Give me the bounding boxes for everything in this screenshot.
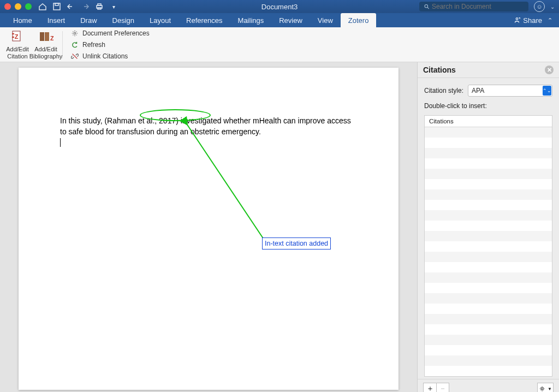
refresh-label: Refresh (82, 41, 105, 49)
table-row[interactable] (425, 148, 552, 158)
table-row[interactable] (425, 366, 552, 376)
table-row[interactable] (425, 138, 552, 148)
table-row[interactable] (425, 200, 552, 210)
tab-view[interactable]: View (310, 13, 341, 27)
remove-citation-button[interactable]: － (436, 383, 449, 392)
qat-overflow-icon[interactable]: ▾ (109, 2, 118, 11)
table-row[interactable] (425, 158, 552, 169)
tab-review[interactable]: Review (271, 13, 310, 27)
tab-references[interactable]: References (179, 13, 230, 27)
table-row[interactable] (425, 241, 552, 252)
add-edit-bibliography-label2: Bibliography (29, 53, 63, 60)
search-input[interactable] (432, 3, 524, 10)
citation-icon: Z (10, 29, 25, 45)
home-icon[interactable] (38, 2, 47, 11)
annotation-label: In-text citation added (262, 237, 331, 250)
unlink-icon (70, 52, 79, 61)
unlink-citations-button[interactable]: Unlink Citations (68, 51, 152, 61)
table-row[interactable] (425, 169, 552, 179)
tab-mailings[interactable]: Mailings (230, 13, 272, 27)
table-row[interactable] (425, 293, 552, 304)
quick-access-toolbar: ▾ (38, 2, 118, 11)
citations-panel: Citations ✕ Citation style: APA ⌃⌄ Doubl… (417, 62, 559, 392)
tab-layout[interactable]: Layout (142, 13, 179, 27)
refresh-icon (70, 40, 79, 49)
body-text-pre: In this study, (60, 116, 104, 125)
table-row[interactable] (425, 345, 552, 355)
share-button[interactable]: Share (513, 16, 542, 25)
share-icon (513, 16, 521, 24)
citation-style-select[interactable]: APA ⌃⌄ (468, 85, 552, 97)
table-row[interactable] (425, 272, 552, 283)
search-icon (424, 3, 430, 10)
chevron-down-icon[interactable]: ⌄ (550, 4, 555, 10)
citation-style-value: APA (472, 87, 484, 94)
insert-hint-label: Double-click to insert: (424, 102, 552, 110)
table-row[interactable] (425, 262, 552, 272)
window-close-button[interactable] (4, 3, 11, 10)
chevron-down-icon: ▼ (548, 387, 552, 391)
save-icon[interactable] (52, 2, 61, 11)
table-row[interactable] (425, 179, 552, 189)
svg-point-14 (541, 388, 543, 390)
table-row[interactable] (425, 252, 552, 262)
table-row[interactable] (425, 324, 552, 335)
add-citation-button[interactable]: ＋ (423, 383, 436, 392)
redo-icon[interactable] (81, 2, 90, 11)
add-edit-citation-label2: Citation (7, 53, 27, 60)
table-row[interactable] (425, 221, 552, 231)
add-edit-citation-label1: Add/Edit (6, 46, 29, 53)
add-edit-bibliography-button[interactable]: Z Add/Edit Bibliography (32, 28, 60, 61)
table-row[interactable] (425, 231, 552, 241)
traffic-lights (4, 3, 32, 10)
refresh-button[interactable]: Refresh (68, 40, 152, 50)
table-row[interactable] (425, 283, 552, 293)
tab-home[interactable]: Home (5, 13, 40, 27)
tab-zotero[interactable]: Zotero (341, 13, 377, 27)
table-row[interactable] (425, 314, 552, 324)
chevron-updown-icon: ⌃⌄ (543, 86, 551, 96)
citations-settings-button[interactable]: ▼ (537, 383, 554, 392)
table-row[interactable] (425, 210, 552, 221)
citation-style-label: Citation style: (424, 87, 463, 94)
search-box[interactable] (419, 2, 528, 11)
window-minimize-button[interactable] (15, 3, 21, 10)
svg-rect-3 (98, 4, 101, 5)
document-preferences-label: Document Preferences (82, 29, 150, 37)
window-zoom-button[interactable] (25, 3, 32, 10)
svg-rect-1 (55, 3, 58, 5)
citations-table-header: Citations (425, 116, 552, 127)
document-canvas[interactable]: In this study, (Rahman et al., 2017) inv… (0, 62, 417, 392)
citations-table[interactable]: Citations (424, 115, 552, 377)
text-cursor (60, 138, 61, 147)
table-row[interactable] (425, 189, 552, 200)
ribbon-tabs: Home Insert Draw Design Layout Reference… (0, 13, 559, 27)
table-row[interactable] (425, 335, 552, 345)
panel-close-button[interactable]: ✕ (545, 66, 554, 74)
tab-draw[interactable]: Draw (73, 13, 104, 27)
unlink-citations-label: Unlink Citations (82, 52, 128, 60)
table-row[interactable] (425, 304, 552, 314)
table-row[interactable] (425, 355, 552, 366)
inline-citation[interactable]: (Rahman et al., 2017) (104, 116, 178, 125)
svg-rect-0 (53, 3, 60, 10)
add-edit-bibliography-label1: Add/Edit (34, 46, 57, 53)
document-page[interactable]: In this study, (Rahman et al., 2017) inv… (19, 68, 399, 390)
table-row[interactable] (425, 127, 552, 138)
print-icon[interactable] (95, 2, 104, 11)
share-label: Share (523, 16, 542, 25)
collapse-ribbon-icon[interactable]: ⌃ (548, 17, 552, 24)
feedback-smiley-icon[interactable]: ☺ (534, 1, 545, 12)
window-titlebar: ▾ Document3 ☺ ⌄ (0, 0, 559, 13)
document-preferences-button[interactable]: Document Preferences (68, 28, 152, 38)
add-edit-citation-button[interactable]: Z Add/Edit Citation (3, 28, 32, 61)
close-icon: ✕ (547, 67, 552, 74)
document-body-text[interactable]: In this study, (Rahman et al., 2017) inv… (60, 116, 357, 137)
svg-point-5 (425, 5, 428, 8)
tab-insert[interactable]: Insert (40, 13, 73, 27)
citations-panel-title: Citations (423, 66, 456, 74)
tab-design[interactable]: Design (105, 13, 142, 27)
svg-rect-10 (45, 32, 49, 41)
undo-icon[interactable] (67, 2, 75, 11)
svg-text:Z: Z (15, 33, 19, 40)
